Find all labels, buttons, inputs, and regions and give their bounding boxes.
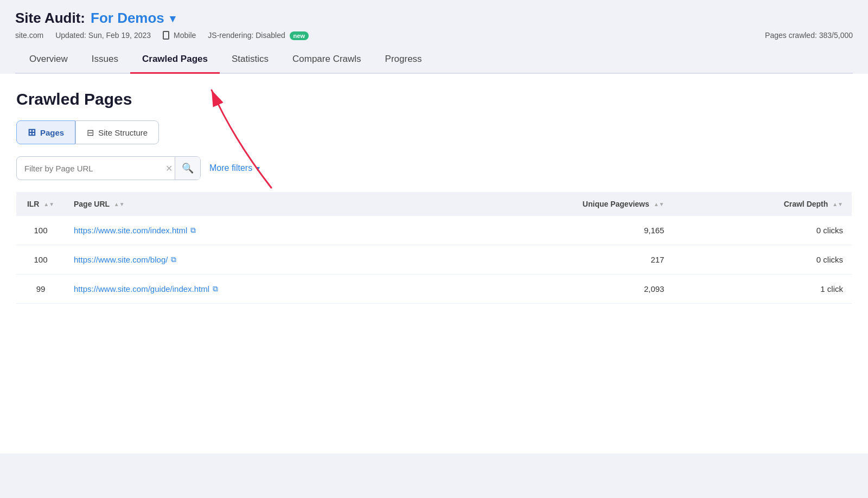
page-url-sort-icon[interactable]: ▲▼ xyxy=(114,202,125,207)
more-filters-label: More filters xyxy=(209,163,252,173)
project-dropdown-icon[interactable]: ▾ xyxy=(170,12,175,25)
view-toggle: ⊞ Pages ⊟ Site Structure xyxy=(16,120,852,144)
tab-compare-crawls[interactable]: Compare Crawls xyxy=(280,47,373,74)
table-row: 100 https://www.site.com/blog/ ⧉ 217 0 c… xyxy=(16,245,852,274)
filter-url-input[interactable] xyxy=(21,164,163,173)
device-label: Mobile xyxy=(174,31,196,40)
row1-url-link[interactable]: https://www.site.com/index.html ⧉ xyxy=(74,226,433,235)
external-link-icon[interactable]: ⧉ xyxy=(213,284,218,293)
row3-ilr: 99 xyxy=(16,274,65,304)
col-crawl-depth[interactable]: Crawl Depth ▲▼ xyxy=(673,192,852,216)
row1-crawl-depth: 0 clicks xyxy=(673,216,852,245)
external-link-icon[interactable]: ⧉ xyxy=(171,255,176,264)
ilr-sort-icon[interactable]: ▲▼ xyxy=(43,202,54,207)
pages-view-button[interactable]: ⊞ Pages xyxy=(16,120,75,144)
col-unique-pageviews[interactable]: Unique Pageviews ▲▼ xyxy=(442,192,673,216)
js-rendering-label: JS-rendering: Disabled new xyxy=(208,31,309,40)
tab-overview[interactable]: Overview xyxy=(17,47,80,74)
row1-unique-pageviews: 9,165 xyxy=(442,216,673,245)
crawl-depth-sort-icon[interactable]: ▲▼ xyxy=(832,202,843,207)
unique-pageviews-sort-icon[interactable]: ▲▼ xyxy=(654,202,665,207)
site-url: site.com xyxy=(15,31,43,40)
row2-url[interactable]: https://www.site.com/blog/ ⧉ xyxy=(65,245,442,274)
search-icon: 🔍 xyxy=(182,162,194,174)
filter-input-wrap: ✕ 🔍 xyxy=(16,156,201,180)
site-structure-label: Site Structure xyxy=(98,128,148,137)
col-page-url[interactable]: Page URL ▲▼ xyxy=(65,192,442,216)
pages-view-icon: ⊞ xyxy=(28,126,36,138)
tab-crawled-pages[interactable]: Crawled Pages xyxy=(130,47,220,74)
row1-ilr: 100 xyxy=(16,216,65,245)
tab-progress[interactable]: Progress xyxy=(373,47,434,74)
more-filters-button[interactable]: More filters ▾ xyxy=(209,163,260,174)
pages-view-label: Pages xyxy=(40,128,64,137)
table-row: 99 https://www.site.com/guide/index.html… xyxy=(16,274,852,304)
filter-row: ✕ 🔍 More filters ▾ xyxy=(16,156,852,180)
pages-crawled-label: Pages crawled: 383/5,000 xyxy=(765,31,853,40)
mobile-icon xyxy=(163,31,169,40)
external-link-icon[interactable]: ⧉ xyxy=(190,226,196,235)
row1-url[interactable]: https://www.site.com/index.html ⧉ xyxy=(65,216,442,245)
row3-url-link[interactable]: https://www.site.com/guide/index.html ⧉ xyxy=(74,284,433,293)
row2-crawl-depth: 0 clicks xyxy=(673,245,852,274)
row2-url-link[interactable]: https://www.site.com/blog/ ⧉ xyxy=(74,255,433,264)
search-button[interactable]: 🔍 xyxy=(175,157,200,180)
row3-url[interactable]: https://www.site.com/guide/index.html ⧉ xyxy=(65,274,442,304)
site-structure-view-button[interactable]: ⊟ Site Structure xyxy=(75,120,159,144)
col-ilr[interactable]: ILR ▲▼ xyxy=(16,192,65,216)
row3-crawl-depth: 1 click xyxy=(673,274,852,304)
clear-filter-icon[interactable]: ✕ xyxy=(163,163,175,174)
row2-unique-pageviews: 217 xyxy=(442,245,673,274)
site-structure-icon: ⊟ xyxy=(87,127,94,138)
chevron-down-icon: ▾ xyxy=(256,163,260,174)
row2-ilr: 100 xyxy=(16,245,65,274)
table-header-row: ILR ▲▼ Page URL ▲▼ Unique Pageviews ▲▼ C… xyxy=(16,192,852,216)
row3-unique-pageviews: 2,093 xyxy=(442,274,673,304)
device-info: Mobile xyxy=(163,31,196,40)
updated-label: Updated: Sun, Feb 19, 2023 xyxy=(55,31,151,40)
site-audit-label: Site Audit: xyxy=(15,10,85,27)
table-row: 100 https://www.site.com/index.html ⧉ 9,… xyxy=(16,216,852,245)
table-wrap: ILR ▲▼ Page URL ▲▼ Unique Pageviews ▲▼ C… xyxy=(16,192,852,304)
project-name[interactable]: For Demos xyxy=(91,10,164,27)
main-content: Crawled Pages ⊞ Pages ⊟ Site Structure ✕… xyxy=(0,74,868,454)
new-badge: new xyxy=(290,31,309,40)
nav-tabs: Overview Issues Crawled Pages Statistics… xyxy=(15,47,853,74)
crawled-pages-table: ILR ▲▼ Page URL ▲▼ Unique Pageviews ▲▼ C… xyxy=(16,192,852,304)
tab-statistics[interactable]: Statistics xyxy=(220,47,280,74)
tab-issues[interactable]: Issues xyxy=(80,47,130,74)
page-title: Crawled Pages xyxy=(16,90,852,108)
